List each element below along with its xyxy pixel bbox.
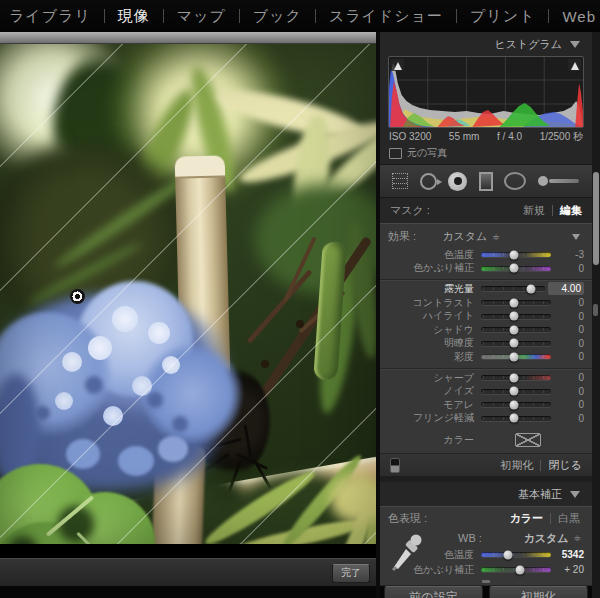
slider-knob[interactable] [509, 352, 518, 361]
histogram-chart [389, 57, 583, 127]
basic-panel-header[interactable]: 基本補正 [380, 482, 592, 506]
slider-knob[interactable] [526, 284, 535, 293]
adjustment-brush-tool-icon[interactable] [538, 175, 580, 187]
panel-scrollbar[interactable] [592, 32, 600, 598]
mask-new-button[interactable]: 新規 [523, 203, 545, 218]
exif-shutter: 1/2500 秒 [540, 130, 583, 144]
spot-removal-tool-icon[interactable] [420, 173, 437, 190]
treatment-bw-button[interactable]: 白黒 [558, 511, 580, 526]
crop-tool-icon[interactable] [392, 173, 408, 189]
panel-resize-nub[interactable] [380, 577, 592, 585]
photo-canvas[interactable] [0, 44, 378, 544]
color-swatch-none[interactable] [515, 433, 541, 447]
saturation-slider-track[interactable] [481, 354, 551, 359]
contrast-slider-track[interactable] [481, 300, 551, 305]
panel-buttons: 前の設定 初期化 [380, 585, 592, 598]
panel-switch-icon[interactable] [390, 458, 400, 473]
scrollbar-thumb[interactable] [593, 172, 599, 265]
dropdown-caret-icon: ≑ [492, 232, 499, 242]
mask-label: マスク : [390, 203, 430, 218]
exposure-slider-track[interactable] [481, 286, 545, 291]
slider-knob[interactable] [503, 550, 512, 559]
tint-slider-track[interactable] [481, 266, 551, 271]
noise-slider-track[interactable] [481, 389, 551, 394]
slider-knob[interactable] [509, 298, 518, 307]
clarity-slider-track[interactable] [481, 341, 551, 346]
collapse-triangle-icon[interactable] [570, 491, 580, 498]
nav-map[interactable]: マップ [177, 7, 226, 26]
slider-knob[interactable] [509, 312, 518, 321]
wb-label: WB : [458, 532, 482, 544]
separator [540, 460, 541, 471]
slider-knob[interactable] [509, 414, 518, 423]
slider-knob[interactable] [509, 400, 518, 409]
slider-row: モアレ 0 [380, 398, 592, 412]
nav-slideshow[interactable]: スライドショー [329, 7, 443, 26]
effects-preset-dropdown[interactable]: カスタム [442, 229, 487, 244]
slider-value: 0 [551, 297, 584, 308]
temp-slider-track[interactable] [481, 252, 551, 257]
slider-row: シャドウ 0 [380, 323, 592, 337]
wb-eyedropper-icon[interactable] [388, 531, 426, 571]
scrollbar-marker [593, 304, 598, 316]
histogram-panel-header[interactable]: ヒストグラム [380, 32, 592, 56]
exif-info-row: ISO 3200 55 mm f / 4.0 1/2500 秒 [380, 128, 592, 145]
done-button[interactable]: 完了 [332, 564, 370, 583]
collapse-triangle-icon[interactable] [572, 234, 580, 240]
slider-knob[interactable] [509, 250, 518, 259]
slider-label: 色かぶり補正 [386, 261, 481, 275]
slider-row: ハイライト 0 [380, 309, 592, 323]
slider-knob[interactable] [509, 339, 518, 348]
nav-library[interactable]: ライブラリ [9, 7, 91, 26]
active-tool-icon[interactable] [448, 172, 467, 191]
collapse-triangle-icon[interactable] [570, 41, 580, 48]
highlights-slider-track[interactable] [481, 314, 551, 319]
content-top-strip [0, 32, 378, 44]
slider-knob[interactable] [509, 264, 518, 273]
nav-web[interactable]: Web [562, 8, 596, 25]
slider-value: 0 [551, 386, 584, 397]
reset-button[interactable]: 初期化 [489, 586, 588, 598]
slider-value: 0 [551, 399, 584, 410]
shadows-slider-track[interactable] [481, 327, 551, 332]
slider-value: + 20 [551, 564, 584, 575]
slider-knob[interactable] [509, 373, 518, 382]
slider-label: コントラスト [386, 296, 481, 310]
bottom-toolbar: 完了 [0, 558, 378, 586]
slider-group-tone: 露光量 4.00 コントラスト 0 ハイライト 0 シャドウ 0 明瞭度 [380, 279, 592, 368]
mask-edit-button[interactable]: 編集 [560, 203, 582, 218]
wb-temp-slider-track[interactable] [481, 552, 551, 557]
wb-preset-dropdown[interactable]: カスタム [523, 531, 568, 546]
slider-row: コントラスト 0 [380, 296, 592, 310]
white-balance-zone: WB : カスタム ≑ 色温度 5342 色かぶり補正 + 20 [380, 529, 592, 577]
slider-knob[interactable] [515, 565, 524, 574]
highlight-clipping-indicator[interactable] [568, 59, 581, 71]
treatment-color-button[interactable]: カラー [509, 511, 543, 526]
nav-develop[interactable]: 現像 [118, 7, 150, 26]
slider-knob[interactable] [509, 325, 518, 334]
previous-settings-button[interactable]: 前の設定 [384, 586, 483, 598]
slider-label: ノイズ [386, 384, 481, 398]
moire-slider-track[interactable] [481, 402, 551, 407]
nav-book[interactable]: ブック [253, 7, 302, 26]
effects-close-button[interactable]: 閉じる [548, 458, 582, 473]
effects-label: 効果 : [388, 229, 416, 244]
original-photo-label: 元の写真 [407, 146, 447, 160]
slider-value: 0 [551, 372, 584, 383]
effects-reset-button[interactable]: 初期化 [500, 458, 533, 473]
radial-filter-tool-icon[interactable] [504, 172, 526, 190]
nav-print[interactable]: プリント [470, 7, 535, 26]
sharpness-slider-track[interactable] [481, 375, 551, 380]
defringe-slider-track[interactable] [481, 416, 551, 421]
adjustment-pin[interactable] [70, 289, 85, 304]
separator [550, 513, 551, 524]
graduated-filter-tool-icon[interactable] [479, 172, 493, 191]
histogram[interactable] [388, 56, 584, 128]
shadow-clipping-indicator[interactable] [391, 59, 404, 71]
module-picker: ライブラリ 現像 マップ ブック スライドショー プリント Web [0, 0, 600, 32]
slider-knob[interactable] [509, 387, 518, 396]
original-photo-checkbox[interactable] [389, 148, 402, 159]
wb-tint-slider-track[interactable] [481, 567, 551, 572]
photo-diagonal-lines [0, 44, 378, 544]
exif-iso: ISO 3200 [389, 131, 431, 142]
